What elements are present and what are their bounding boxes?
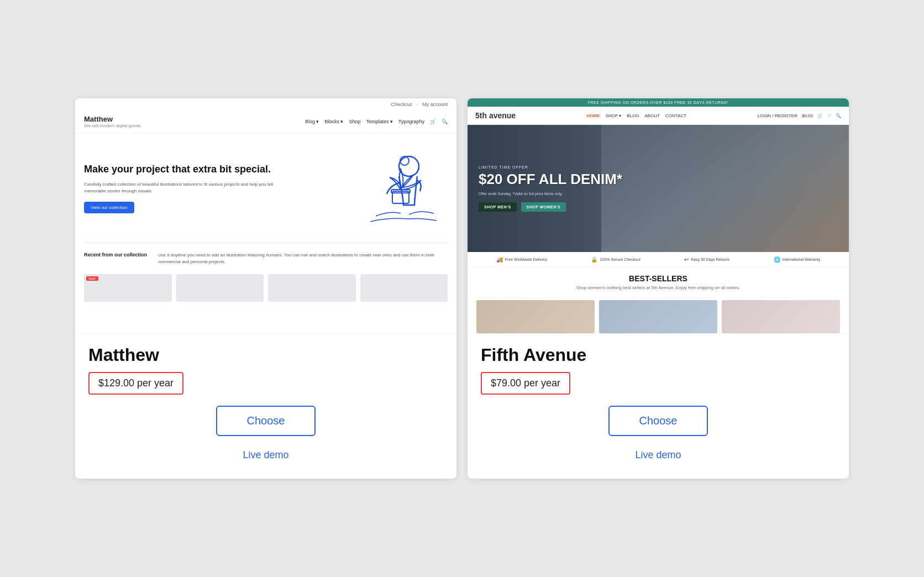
fifth-product-3 <box>722 300 840 333</box>
page-wrapper: Checkout · My account Matthew We sell mo… <box>75 98 849 479</box>
matthew-topbar: Checkout · My account <box>75 98 456 111</box>
returns-icon: ↩ <box>684 256 689 263</box>
section-left: Recent from our collection <box>84 252 147 265</box>
shop-womens-button[interactable]: SHOP WOMEN'S <box>521 202 566 212</box>
search-icon[interactable]: 🔍 <box>442 119 448 124</box>
fifth-avenue-card: FREE SHIPPING ON ORDERS OVER $100 FREE 3… <box>468 98 849 479</box>
section-right: Use it anytime you need to add an illust… <box>158 252 448 265</box>
matthew-live-demo-link[interactable]: Live demo <box>88 445 443 465</box>
fifth-hero: LIMITED TIME OFFER $20 OFF ALL DENIM* Of… <box>468 125 849 252</box>
brand-name: Matthew <box>84 115 141 123</box>
search-icon[interactable]: 🔍 <box>836 113 841 118</box>
cart-icon[interactable]: 🛒 <box>430 119 436 124</box>
checkout-text: 100% Secure Checkout <box>600 258 641 261</box>
nav-about[interactable]: ABOUT <box>644 113 660 118</box>
delivery-text: Free Worldwide Delivery <box>505 258 547 261</box>
brand-tagline: We sell modern digital goods <box>84 123 141 128</box>
feature-returns: ↩ Easy 30 Days Returns <box>684 256 729 263</box>
nav-blog[interactable]: Blog ▾ <box>305 119 319 124</box>
cart-price[interactable]: $0.00 <box>802 113 813 118</box>
shop-mens-button[interactable]: SHOP MEN'S <box>479 202 517 212</box>
feature-delivery: 🚚 Free Worldwide Delivery <box>496 256 547 263</box>
feature-checkout: 🔒 100% Secure Checkout <box>591 256 641 263</box>
fifth-choose-button[interactable]: Choose <box>608 406 708 436</box>
matthew-products: Sale! <box>75 270 456 306</box>
fifth-bestsellers: BEST-SELLERS Shop women's clothing best … <box>468 267 849 300</box>
matthew-card-bottom: Matthew $129.00 per year Choose Live dem… <box>75 333 456 479</box>
fifth-nav-right: LOGIN / REGISTER $0.00 🛒 ♡ 🔍 <box>757 113 841 118</box>
nav-templates[interactable]: Templates ▾ <box>366 119 393 124</box>
fifth-banner: FREE SHIPPING ON ORDERS OVER $100 FREE 3… <box>468 98 849 107</box>
fifth-hero-content: LIMITED TIME OFFER $20 OFF ALL DENIM* Of… <box>479 165 622 212</box>
offer-detail: Offer ends Sunday. *Valid on full price … <box>479 192 622 196</box>
matthew-cta-button[interactable]: View our collection <box>84 202 134 213</box>
separator: · <box>416 102 418 107</box>
nav-contact[interactable]: CONTACT <box>665 113 686 118</box>
feature-warranty: 🌐 International Warranty <box>774 256 821 263</box>
nav-home[interactable]: HOME <box>587 113 600 118</box>
fifth-price: $79.00 per year <box>491 377 560 389</box>
checkout-icon: 🔒 <box>591 256 597 263</box>
fifth-nav: 5th avenue HOME SHOP ▾ BLOG ABOUT CONTAC… <box>468 107 849 125</box>
my-account-link[interactable]: My account <box>422 102 448 107</box>
fifth-brand: 5th avenue <box>475 111 516 120</box>
nav-blog[interactable]: BLOG <box>627 113 639 118</box>
fifth-nav-links: HOME SHOP ▾ BLOG ABOUT CONTACT <box>587 113 687 118</box>
returns-text: Easy 30 Days Returns <box>691 258 729 261</box>
fifth-product-row <box>468 300 849 333</box>
fifth-hero-heading: $20 OFF ALL DENIM* <box>479 171 622 187</box>
warranty-icon: 🌐 <box>774 256 780 263</box>
login-register-link[interactable]: LOGIN / REGISTER <box>757 113 797 118</box>
delivery-icon: 🚚 <box>496 256 503 263</box>
matthew-nav: Matthew We sell modern digital goods Blo… <box>75 111 456 133</box>
sale-badge: Sale! <box>86 276 98 281</box>
matthew-card: Checkout · My account Matthew We sell mo… <box>75 98 456 479</box>
matthew-illustration <box>359 144 448 233</box>
matthew-section: Recent from our collection Use it anytim… <box>75 248 456 270</box>
matthew-nav-links: Blog ▾ Blocks ▾ Shop Templates ▾ Typogra… <box>305 119 448 124</box>
fifth-product-1 <box>476 300 595 333</box>
matthew-brand: Matthew We sell modern digital goods <box>84 115 141 128</box>
nav-shop[interactable]: SHOP ▾ <box>606 113 622 118</box>
matthew-theme-name: Matthew <box>88 345 443 365</box>
fifth-hero-btns: SHOP MEN'S SHOP WOMEN'S <box>479 202 622 212</box>
matthew-price: $129.00 per year <box>98 377 174 389</box>
matthew-choose-button[interactable]: Choose <box>216 406 316 436</box>
hero-limited-text: LIMITED TIME OFFER <box>479 165 622 169</box>
nav-typography[interactable]: Typography <box>398 119 424 124</box>
matthew-hero-desc: Carefully crafted collection of beautifu… <box>84 181 284 195</box>
matthew-divider <box>84 243 448 243</box>
product-thumb-3 <box>268 274 356 302</box>
matthew-price-box: $129.00 per year <box>88 372 183 395</box>
bestsellers-heading: BEST-SELLERS <box>476 274 840 283</box>
fifth-avenue-card-bottom: Fifth Avenue $79.00 per year Choose Live… <box>468 333 849 479</box>
nav-shop[interactable]: Shop <box>349 119 360 124</box>
nav-blocks[interactable]: Blocks ▾ <box>324 119 343 124</box>
cart-icon[interactable]: 🛒 <box>817 113 823 118</box>
bestsellers-sub: Shop women's clothing best sellers at 5t… <box>476 285 840 290</box>
checkout-link[interactable]: Checkout <box>391 102 412 107</box>
fifth-features: 🚚 Free Worldwide Delivery 🔒 100% Secure … <box>468 252 849 267</box>
fifth-product-2 <box>599 300 717 333</box>
matthew-preview: Checkout · My account Matthew We sell mo… <box>75 98 456 333</box>
fifth-price-box: $79.00 per year <box>481 372 570 395</box>
fifth-avenue-preview: FREE SHIPPING ON ORDERS OVER $100 FREE 3… <box>468 98 849 333</box>
product-thumb-2 <box>176 274 264 302</box>
fifth-live-demo-link[interactable]: Live demo <box>481 445 836 465</box>
product-thumb-4 <box>360 274 448 302</box>
matthew-hero-heading: Make your project that extra bit special… <box>84 164 284 176</box>
fifth-theme-name: Fifth Avenue <box>481 345 836 365</box>
warranty-text: International Warranty <box>783 258 821 261</box>
matthew-hero: Make your project that extra bit special… <box>75 133 456 238</box>
wishlist-icon[interactable]: ♡ <box>827 113 831 118</box>
product-thumb-1: Sale! <box>84 274 172 302</box>
matthew-hero-text: Make your project that extra bit special… <box>84 164 284 213</box>
